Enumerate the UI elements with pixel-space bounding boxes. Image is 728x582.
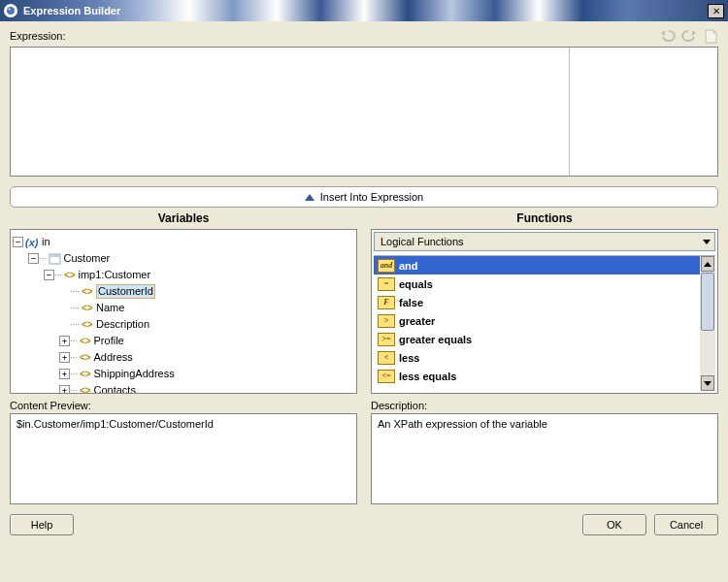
- function-item-greater-equals[interactable]: >= greater equals: [374, 330, 715, 348]
- tree-node-profile[interactable]: Profile: [94, 333, 124, 349]
- expression-divider: [569, 48, 570, 176]
- function-name: false: [399, 297, 423, 308]
- help-button-label: Help: [31, 519, 53, 531]
- element-icon: <>: [80, 352, 91, 363]
- svg-text:<>: <>: [82, 303, 93, 313]
- function-name: equals: [399, 278, 433, 290]
- ok-button-label: OK: [607, 519, 622, 531]
- tree-node-customerid[interactable]: CustomerId: [96, 284, 155, 299]
- svg-text:<>: <>: [80, 385, 91, 394]
- svg-point-1: [9, 9, 11, 11]
- function-name: greater: [399, 315, 435, 327]
- close-button[interactable]: ✕: [708, 4, 724, 18]
- function-badge-icon: >=: [378, 333, 395, 346]
- tree-node-customer[interactable]: Customer: [64, 250, 111, 267]
- ok-button[interactable]: OK: [582, 514, 646, 535]
- svg-point-0: [7, 7, 15, 15]
- expand-toggle[interactable]: +: [59, 352, 70, 363]
- scroll-up-button[interactable]: [701, 256, 714, 272]
- element-icon: <>: [82, 286, 93, 297]
- function-badge-icon: and: [378, 259, 395, 273]
- expression-label: Expression:: [10, 30, 65, 42]
- svg-text:<>: <>: [82, 286, 93, 297]
- tree-node-imp1[interactable]: imp1:Customer: [79, 267, 151, 283]
- functions-category-dropdown[interactable]: Logical Functions: [374, 232, 715, 251]
- function-item-less[interactable]: < less: [374, 348, 715, 367]
- svg-text:<>: <>: [80, 369, 91, 379]
- function-name: less: [399, 352, 419, 364]
- function-name: greater equals: [399, 334, 472, 345]
- cancel-button[interactable]: Cancel: [654, 514, 718, 535]
- expression-textarea[interactable]: [10, 47, 718, 177]
- element-icon: <>: [82, 319, 93, 330]
- content-preview-text: $in.Customer/imp1:Customer/CustomerId: [17, 418, 214, 430]
- scroll-thumb[interactable]: [701, 273, 714, 331]
- variables-panel: − (x) in −··· Customer −··· <> im: [10, 229, 357, 394]
- element-icon: <>: [80, 369, 91, 379]
- functions-panel: Logical Functions and and = equals F fal…: [371, 229, 718, 394]
- svg-text:<>: <>: [80, 352, 91, 363]
- container-icon: [49, 253, 61, 265]
- element-icon: <>: [80, 385, 91, 394]
- insert-up-icon: [305, 194, 314, 201]
- variable-icon: (x): [25, 237, 39, 248]
- cancel-button-label: Cancel: [670, 519, 703, 531]
- description-label: Description:: [371, 400, 718, 411]
- functions-category-value: Logical Functions: [381, 236, 464, 247]
- content-preview-label: Content Preview:: [10, 400, 357, 411]
- element-icon: <>: [64, 270, 76, 280]
- tree-node-name[interactable]: Name: [96, 300, 124, 316]
- expand-toggle[interactable]: +: [59, 336, 70, 346]
- redo-icon[interactable]: [681, 28, 697, 44]
- svg-rect-4: [50, 254, 60, 257]
- expand-toggle[interactable]: −: [44, 270, 54, 280]
- function-badge-icon: >: [378, 314, 395, 328]
- expand-toggle[interactable]: +: [59, 385, 70, 394]
- tree-node-description[interactable]: Description: [96, 316, 149, 333]
- scroll-down-button[interactable]: [701, 375, 714, 391]
- variables-header: Variables: [10, 211, 357, 229]
- svg-text:(x): (x): [25, 237, 39, 248]
- function-item-less-equals[interactable]: <= less equals: [374, 367, 715, 385]
- function-badge-icon: =: [378, 277, 395, 291]
- tree-node-shipping[interactable]: ShippingAddress: [94, 366, 175, 382]
- help-button[interactable]: Help: [10, 514, 74, 535]
- insert-button-label: Insert Into Expression: [320, 191, 423, 203]
- svg-text:<>: <>: [80, 336, 91, 346]
- description-text: An XPath expression of the variable: [378, 418, 547, 430]
- functions-list[interactable]: and and = equals F false > greater: [374, 255, 715, 391]
- titlebar: Expression Builder ✕: [0, 0, 728, 21]
- svg-text:<>: <>: [64, 270, 76, 280]
- tree-node-address[interactable]: Address: [94, 349, 133, 366]
- function-name: less equals: [399, 371, 456, 382]
- function-name: and: [399, 260, 418, 272]
- expand-toggle[interactable]: −: [13, 237, 23, 247]
- element-icon: <>: [82, 303, 93, 313]
- document-icon[interactable]: [703, 28, 718, 44]
- function-item-false[interactable]: F false: [374, 293, 715, 311]
- functions-scrollbar[interactable]: [700, 256, 715, 391]
- element-icon: <>: [80, 336, 91, 346]
- svg-text:<>: <>: [82, 319, 93, 330]
- function-item-and[interactable]: and and: [374, 256, 715, 275]
- undo-icon[interactable]: [660, 28, 676, 44]
- tree-node-contacts[interactable]: Contacts: [94, 382, 136, 394]
- tree-node-in[interactable]: in: [42, 234, 50, 250]
- window-title: Expression Builder: [23, 5, 708, 16]
- function-item-equals[interactable]: = equals: [374, 275, 715, 293]
- chevron-down-icon: [703, 240, 711, 244]
- function-item-greater[interactable]: > greater: [374, 311, 715, 330]
- expand-toggle[interactable]: +: [59, 369, 70, 379]
- functions-header: Functions: [371, 211, 718, 229]
- content-preview-box: $in.Customer/imp1:Customer/CustomerId: [10, 413, 357, 504]
- function-badge-icon: <=: [378, 370, 395, 383]
- insert-into-expression-button[interactable]: Insert Into Expression: [10, 186, 718, 208]
- function-badge-icon: <: [378, 351, 395, 365]
- variables-tree[interactable]: − (x) in −··· Customer −··· <> im: [11, 230, 356, 394]
- description-box: An XPath expression of the variable: [371, 413, 718, 504]
- app-icon: [4, 4, 17, 17]
- expand-toggle[interactable]: −: [28, 253, 39, 264]
- function-badge-icon: F: [378, 296, 395, 309]
